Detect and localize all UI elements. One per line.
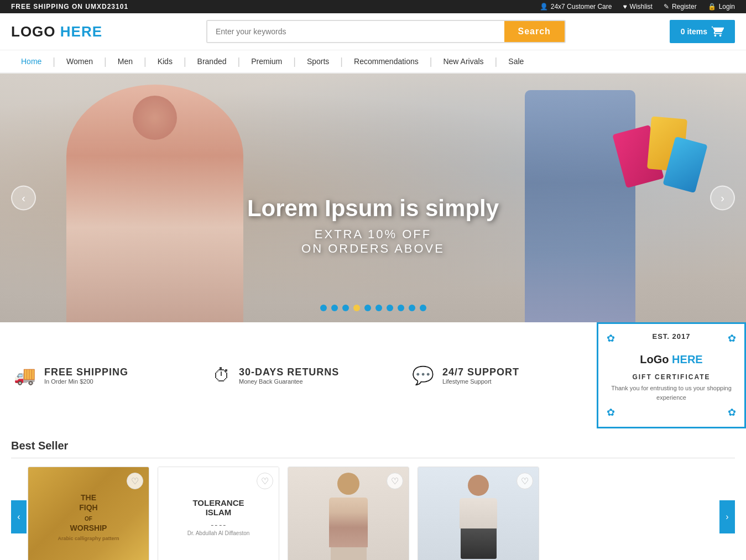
benefit-returns: ⏱ 30-DAYS RETURNS Money Back Guarantee bbox=[199, 322, 398, 428]
carousel-dot-1[interactable] bbox=[320, 305, 327, 311]
products-next-button[interactable]: › bbox=[719, 500, 735, 533]
gift-snowflake-left: ✿ bbox=[607, 332, 615, 344]
benefit-support-text: 24/7 SUPPORT Lifestyme Support bbox=[442, 367, 519, 385]
person2-bottom bbox=[461, 528, 497, 559]
nav-separator: | bbox=[237, 56, 242, 67]
gift-card-header: ✿ EST. 2017 ✿ bbox=[607, 332, 736, 344]
search-bar: Search bbox=[206, 20, 566, 43]
search-input[interactable] bbox=[207, 21, 504, 42]
search-button[interactable]: Search bbox=[504, 21, 565, 42]
carousel-dot-9[interactable] bbox=[409, 305, 415, 311]
product-image-fashion1: ♡ bbox=[288, 467, 409, 560]
benefit-returns-text: 30-DAYS RETURNS Money Back Guarantee bbox=[239, 367, 339, 385]
person1-body bbox=[329, 498, 368, 547]
carousel-dot-2[interactable] bbox=[331, 305, 338, 311]
product-card-tolerance: TOLERANCE ISLAM ـ ـ ـ ـ Dr. Abdullah Al … bbox=[158, 467, 279, 560]
gift-snowflake-bottom-right: ✿ bbox=[728, 406, 736, 418]
product-card-fashion2: ♡ bbox=[418, 467, 539, 560]
products-row: THEFIQHOFWORSHIP Arabic calligraphy patt… bbox=[11, 467, 735, 560]
nav-list: Home | Women | Men | Kids | Branded | Pr… bbox=[11, 50, 735, 72]
nav-item-sale[interactable]: Sale bbox=[498, 50, 534, 72]
gift-card: ✿ EST. 2017 ✿ LoGo HERE GIFT CERTIFICATE… bbox=[597, 322, 746, 428]
main-nav: Home | Women | Men | Kids | Branded | Pr… bbox=[0, 50, 746, 74]
login-link[interactable]: 🔒 Login bbox=[708, 3, 735, 11]
cart-icon bbox=[712, 25, 724, 38]
gift-est-text: EST. 2017 bbox=[653, 332, 691, 344]
nav-link-kids[interactable]: Kids bbox=[148, 50, 182, 72]
hero-figure-person bbox=[525, 90, 635, 322]
carousel-dot-6[interactable] bbox=[375, 305, 382, 311]
register-link[interactable]: ✎ Register bbox=[664, 3, 697, 11]
heart-icon: ♥ bbox=[623, 3, 627, 11]
nav-link-new-arrivals[interactable]: New Arivals bbox=[433, 50, 493, 72]
nav-item-recommendations[interactable]: Recommendations bbox=[344, 50, 429, 72]
carousel-dot-4[interactable] bbox=[353, 305, 360, 311]
nav-link-men[interactable]: Men bbox=[108, 50, 143, 72]
lock-icon: 🔒 bbox=[708, 3, 716, 11]
hero-next-button[interactable]: › bbox=[710, 186, 735, 211]
nav-separator: | bbox=[494, 56, 499, 67]
person1-legs bbox=[331, 547, 367, 560]
nav-separator: | bbox=[103, 56, 108, 67]
pencil-icon: ✎ bbox=[664, 3, 669, 11]
nav-item-branded[interactable]: Branded bbox=[187, 50, 237, 72]
benefit-support-title: 24/7 SUPPORT bbox=[442, 367, 519, 378]
wishlist-btn-fashion1[interactable]: ♡ bbox=[387, 473, 403, 489]
wishlist-btn-fiqh[interactable]: ♡ bbox=[127, 473, 143, 489]
nav-separator: | bbox=[182, 56, 187, 67]
header: LoGo HERE Search 0 items bbox=[0, 13, 746, 50]
hero-text-block: Lorem Ipsum is simply EXTRA 10% OFF ON O… bbox=[247, 195, 499, 256]
carousel-dot-10[interactable] bbox=[420, 305, 426, 311]
book1-subtitle: Arabic calligraphy pattern bbox=[58, 536, 119, 541]
nav-item-men[interactable]: Men bbox=[108, 50, 143, 72]
nav-item-home[interactable]: Home bbox=[11, 50, 51, 72]
products-nav: ‹ THEFIQHOFWORSHIP Arabic calligraphy pa… bbox=[11, 467, 735, 560]
carousel-dots bbox=[320, 305, 426, 311]
top-bar: FREE SHIPPING ON UMXD23101 👤 24x7 Custom… bbox=[0, 0, 746, 13]
products-prev-button[interactable]: ‹ bbox=[11, 500, 27, 533]
book2-title-sub: ISLAM bbox=[187, 507, 250, 517]
product-image-tolerance: TOLERANCE ISLAM ـ ـ ـ ـ Dr. Abdullah Al … bbox=[158, 467, 279, 560]
carousel-dot-5[interactable] bbox=[364, 305, 371, 311]
gift-snowflake-bottom-left: ✿ bbox=[607, 406, 615, 418]
benefits-section: 🚚 FREE SHIPPING In Order Min $200 ⏱ 30-D… bbox=[0, 322, 746, 428]
product-image-fiqh: THEFIQHOFWORSHIP Arabic calligraphy patt… bbox=[28, 467, 149, 560]
gift-card-desc: Thank you for entrusting to us your shop… bbox=[607, 384, 736, 402]
nav-item-sports[interactable]: Sports bbox=[297, 50, 339, 72]
nav-link-recommendations[interactable]: Recommendations bbox=[344, 50, 429, 72]
wishlist-link[interactable]: ♥ Wishlist bbox=[623, 3, 652, 11]
product-image-fashion2: ♡ bbox=[418, 467, 539, 560]
hero-figure-woman bbox=[66, 85, 243, 322]
nav-item-kids[interactable]: Kids bbox=[148, 50, 182, 72]
nav-separator: | bbox=[339, 56, 344, 67]
carousel-dot-3[interactable] bbox=[342, 305, 349, 311]
nav-item-premium[interactable]: Premium bbox=[241, 50, 292, 72]
nav-link-branded[interactable]: Branded bbox=[187, 50, 237, 72]
gift-snowflake-right: ✿ bbox=[728, 332, 736, 344]
returns-icon: ⏱ bbox=[213, 365, 231, 386]
wishlist-btn-fashion2[interactable]: ♡ bbox=[517, 473, 533, 489]
cart-button[interactable]: 0 items bbox=[670, 20, 735, 43]
person2-top bbox=[460, 498, 497, 528]
carousel-dot-8[interactable] bbox=[398, 305, 404, 311]
customer-care[interactable]: 👤 24x7 Customer Care bbox=[540, 3, 612, 11]
benefit-returns-title: 30-DAYS RETURNS bbox=[239, 367, 339, 378]
nav-link-sale[interactable]: Sale bbox=[498, 50, 534, 72]
shipping-icon: 🚚 bbox=[14, 365, 36, 386]
wishlist-btn-tolerance[interactable]: ♡ bbox=[257, 473, 273, 489]
hero-prev-button[interactable]: ‹ bbox=[11, 186, 36, 211]
nav-separator: | bbox=[292, 56, 297, 67]
benefit-shipping-title: FREE SHIPPING bbox=[44, 367, 128, 378]
fashion1-figure bbox=[326, 473, 371, 560]
book1-title: THEFIQHOFWORSHIP bbox=[58, 493, 119, 533]
nav-link-women[interactable]: Women bbox=[56, 50, 103, 72]
nav-item-new-arrivals[interactable]: New Arivals bbox=[433, 50, 493, 72]
best-seller-section: Best Seller ‹ THEFIQHOFWORSHIP Arabic ca… bbox=[0, 428, 746, 560]
carousel-dot-7[interactable] bbox=[387, 305, 393, 311]
benefit-shipping-text: FREE SHIPPING In Order Min $200 bbox=[44, 367, 128, 385]
nav-link-sports[interactable]: Sports bbox=[297, 50, 339, 72]
nav-link-home[interactable]: Home bbox=[11, 50, 51, 72]
top-bar-right: 👤 24x7 Customer Care ♥ Wishlist ✎ Regist… bbox=[540, 3, 735, 11]
nav-item-women[interactable]: Women bbox=[56, 50, 103, 72]
nav-link-premium[interactable]: Premium bbox=[241, 50, 292, 72]
